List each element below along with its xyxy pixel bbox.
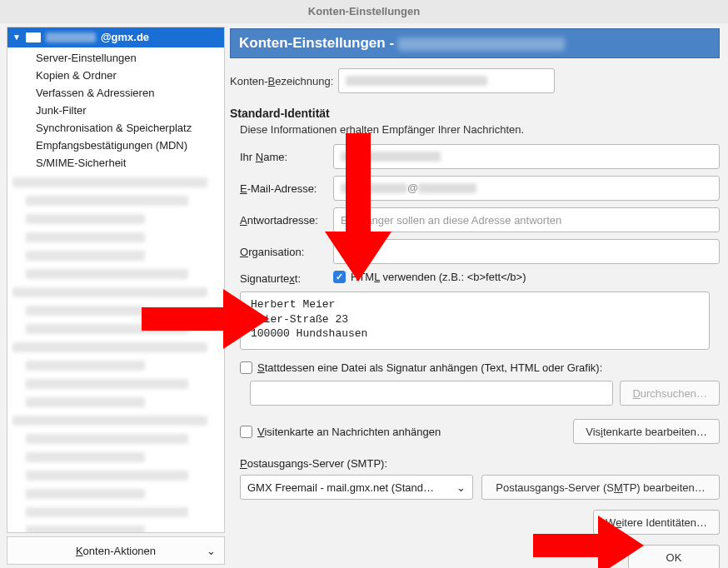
smtp-label: Postausgangs-Server (SMTP): [240, 457, 720, 470]
account-name-row: Konten-Bezeichnung: [230, 68, 720, 93]
smtp-edit-button[interactable]: Postausgangs-Server (SMTP) bearbeiten… [481, 475, 720, 500]
header-account-blur [398, 37, 565, 51]
name-input[interactable] [333, 144, 720, 169]
identity-section-title: Standard-Identität [230, 107, 720, 120]
smtp-row: GMX Freemail - mail.gmx.net (Stand… ⌄ Po… [240, 475, 720, 500]
smtp-select[interactable]: GMX Freemail - mail.gmx.net (Stand… ⌄ [240, 475, 473, 500]
identity-section-desc: Diese Informationen erhalten Empfänger I… [240, 123, 720, 136]
account-domain: @gmx.de [101, 27, 149, 47]
signature-file-checkbox[interactable] [240, 361, 252, 374]
org-label: Organisation: [240, 246, 333, 258]
account-actions-label: Konten-Aktionen [76, 545, 156, 557]
account-name-blur [46, 32, 96, 42]
sidebar-item-smime[interactable]: S/MIME-Sicherheit [32, 154, 224, 172]
html-checkbox-label: HTML verwenden (z.B.: <b>fett</b>) [351, 271, 526, 283]
content-header: Konten-Einstellungen - [230, 28, 720, 58]
identity-form: Ihr Name: E-Mail-Adresse: @ Antwortadres… [240, 144, 720, 285]
account-tree[interactable]: ▼ @gmx.de Server-Einstellungen Kopien & … [7, 27, 225, 533]
account-root[interactable]: ▼ @gmx.de [7, 27, 224, 47]
account-actions-dropdown[interactable]: Konten-Aktionen ⌄ [7, 536, 225, 565]
sidebar-item-server[interactable]: Server-Einstellungen [32, 49, 224, 67]
sidebar-item-junk[interactable]: Junk-Filter [32, 102, 224, 119]
more-identities-button[interactable]: Weitere Identitäten… [593, 510, 720, 535]
blurred-accounts [7, 173, 224, 533]
ok-button[interactable]: OK [628, 545, 720, 568]
signature-file-row: Stattdessen eine Datei als Signatur anhä… [240, 361, 720, 374]
signature-file-label: Stattdessen eine Datei als Signatur anhä… [257, 361, 602, 374]
email-label: E-Mail-Adresse: [240, 182, 333, 195]
account-children: Server-Einstellungen Kopien & Ordner Ver… [7, 47, 224, 173]
main-container: ▼ @gmx.de Server-Einstellungen Kopien & … [0, 23, 728, 568]
sidebar-item-copies[interactable]: Kopien & Ordner [32, 67, 224, 84]
vcard-label: Visitenkarte an Nachrichten anhängen [257, 426, 441, 438]
sidebar-item-mdn[interactable]: Empfangsbestätigungen (MDN) [32, 137, 224, 154]
account-name-input[interactable] [338, 68, 555, 93]
content-panel: Konten-Einstellungen - Konten-Bezeichnun… [225, 23, 728, 568]
expand-icon: ▼ [12, 27, 21, 47]
vcard-edit-button[interactable]: Visitenkarte bearbeiten… [573, 419, 720, 444]
signature-textarea[interactable]: Herbert Meier Meier-Straße 23 100000 Hun… [240, 291, 710, 350]
window-title: Konten-Einstellungen [0, 0, 728, 23]
chevron-down-icon: ⌄ [207, 545, 216, 557]
org-input[interactable] [333, 239, 720, 264]
browse-button[interactable]: Durchsuchen… [620, 381, 720, 406]
signature-label: Signaturtext: [240, 271, 333, 285]
sidebar: ▼ @gmx.de Server-Einstellungen Kopien & … [0, 23, 225, 568]
name-label: Ihr Name: [240, 151, 333, 163]
account-name-value-blur [346, 76, 487, 86]
reply-input[interactable] [333, 207, 720, 232]
account-name-label: Konten-Bezeichnung: [230, 75, 338, 87]
chevron-down-icon: ⌄ [456, 481, 466, 494]
vcard-checkbox[interactable] [240, 426, 252, 438]
reply-label: Antwortadresse: [240, 214, 333, 227]
html-checkbox[interactable] [333, 271, 346, 283]
sidebar-item-sync[interactable]: Synchronisation & Speicherplatz [32, 119, 224, 137]
email-input[interactable]: @ [333, 176, 720, 201]
mail-icon [26, 32, 41, 42]
sidebar-item-compose[interactable]: Verfassen & Adressieren [32, 84, 224, 102]
vcard-row: Visitenkarte an Nachrichten anhängen Vis… [240, 419, 720, 444]
signature-file-input-row: Durchsuchen… [250, 381, 720, 406]
signature-file-input[interactable] [250, 381, 613, 406]
